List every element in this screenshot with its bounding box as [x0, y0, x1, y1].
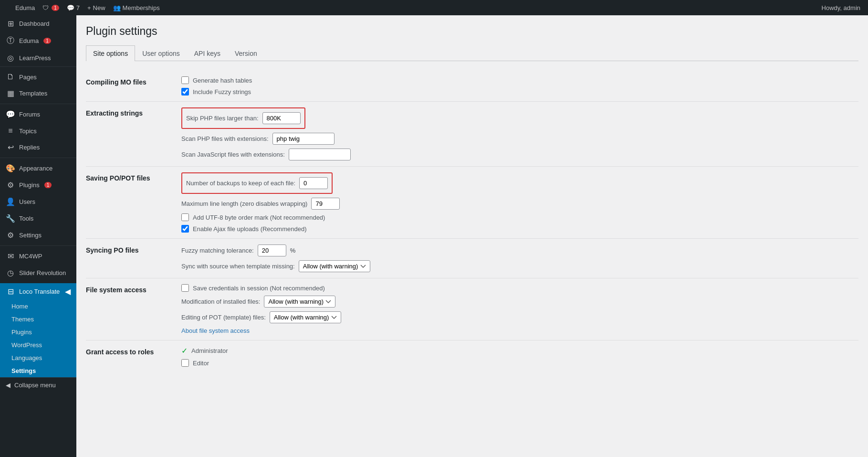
- wp-logo[interactable]: W: [4, 0, 11, 15]
- loco-submenu-plugins[interactable]: Plugins: [0, 326, 76, 339]
- row-syncing-po: Syncing PO files Fuzzy matching toleranc…: [86, 239, 858, 278]
- max-line-input[interactable]: [311, 198, 340, 210]
- plugins-icon: ⚙: [6, 181, 15, 190]
- sidebar-item-label: Pages: [19, 74, 37, 81]
- comments[interactable]: 💬 7: [63, 0, 84, 15]
- skip-php-row: Skip PHP files larger than:: [186, 112, 301, 124]
- row-label-compiling-mo: Compiling MO files: [86, 71, 181, 102]
- sidebar-item-label: Tools: [19, 215, 33, 222]
- sidebar-item-slider-revolution[interactable]: ◷ Slider Revolution: [0, 265, 76, 281]
- include-fuzzy-checkbox[interactable]: [181, 88, 189, 96]
- sidebar-item-users[interactable]: 👤 Users: [0, 193, 76, 210]
- backups-label: Number of backups to keep of each file:: [186, 180, 295, 187]
- tab-version[interactable]: Version: [228, 45, 264, 61]
- sidebar-section-forums: 💬 Forums ≡ Topics ↩ Replies: [0, 104, 76, 158]
- loco-submenu-settings[interactable]: Settings: [0, 364, 76, 377]
- skip-php-input[interactable]: [262, 112, 301, 124]
- scan-php-input[interactable]: [272, 133, 335, 145]
- row-content-extracting: Skip PHP files larger than: Scan PHP fil…: [181, 102, 858, 167]
- sidebar-item-label: Topics: [19, 128, 37, 135]
- include-fuzzy-row: Include Fuzzy strings: [181, 88, 858, 96]
- include-fuzzy-label: Include Fuzzy strings: [193, 88, 251, 96]
- save-credentials-label: Save credentials in session (Not recomme…: [193, 285, 325, 292]
- row-content-saving-po: Number of backups to keep of each file: …: [181, 167, 858, 239]
- sidebar-item-learnpress[interactable]: ◎ LearnPress: [0, 50, 76, 66]
- sidebar-item-topics[interactable]: ≡ Topics: [0, 123, 76, 139]
- loco-submenu-languages[interactable]: Languages: [0, 351, 76, 364]
- sidebar-section-appearance: 🎨 Appearance ⚙ Plugins 1 👤 Users 🔧 Tools…: [0, 158, 76, 245]
- editing-select[interactable]: Allow (with warning) Disallow Allow (sil…: [270, 311, 341, 323]
- sidebar-item-tools[interactable]: 🔧 Tools: [0, 210, 76, 227]
- editor-label: Editor: [193, 360, 209, 367]
- sync-source-label: Sync with source when template missing:: [181, 263, 295, 270]
- sidebar-item-label: MC4WP: [19, 253, 42, 260]
- updates[interactable]: 🛡 1: [39, 0, 63, 15]
- tab-site-options[interactable]: Site options: [86, 45, 135, 61]
- row-grant-access: Grant access to roles ✓ Administrator Ed…: [86, 340, 858, 373]
- site-name[interactable]: Eduma: [11, 0, 39, 15]
- templates-icon: ▦: [6, 89, 15, 98]
- sidebar-item-replies[interactable]: ↩ Replies: [0, 139, 76, 156]
- sidebar-item-label: LearnPress: [19, 54, 51, 62]
- fuzzy-tolerance-label: Fuzzy matching tolerance:: [181, 247, 254, 254]
- sidebar-item-loco-translate-wrapper: ⊟ Loco Translate ◀ Home Themes Plugins W…: [0, 283, 76, 377]
- ajax-checkbox[interactable]: [181, 225, 189, 233]
- sidebar-item-pages[interactable]: 🗋 Pages: [0, 69, 76, 85]
- backups-input[interactable]: [299, 177, 328, 189]
- row-label-file-system: File system access: [86, 278, 181, 340]
- shield-icon: 🛡: [42, 4, 49, 11]
- plus-icon: +: [87, 4, 91, 11]
- sidebar-item-label: Forums: [19, 111, 40, 118]
- users-icon: 👤: [6, 197, 15, 206]
- row-file-system: File system access Save credentials in s…: [86, 278, 858, 340]
- fuzzy-tolerance-row: Fuzzy matching tolerance: %: [181, 244, 858, 256]
- comment-icon: 💬: [67, 4, 74, 11]
- save-credentials-checkbox[interactable]: [181, 284, 189, 292]
- fuzzy-tolerance-input[interactable]: [258, 244, 286, 256]
- about-file-system-link[interactable]: About file system access: [181, 327, 250, 334]
- sidebar-section-pages: 🗋 Pages ▦ Templates: [0, 66, 76, 104]
- memberships[interactable]: 👥 Memberships: [109, 0, 164, 15]
- collapse-menu[interactable]: ◀ Collapse menu: [0, 377, 76, 393]
- page-title: Plugin settings: [86, 25, 858, 38]
- tab-user-options[interactable]: User options: [135, 45, 187, 61]
- loco-submenu-home[interactable]: Home: [0, 300, 76, 313]
- modification-select[interactable]: Allow (with warning) Disallow Allow (sil…: [264, 296, 335, 308]
- loco-submenu-wordpress[interactable]: WordPress: [0, 339, 76, 351]
- dashboard-icon: ⊞: [6, 19, 15, 28]
- utf8-checkbox[interactable]: [181, 213, 189, 221]
- generate-hash-checkbox[interactable]: [181, 76, 189, 84]
- row-content-grant-access: ✓ Administrator Editor: [181, 340, 858, 373]
- modification-row: Modification of installed files: Allow (…: [181, 296, 858, 308]
- sidebar-item-plugins[interactable]: ⚙ Plugins 1: [0, 177, 76, 193]
- row-label-saving-po: Saving PO/POT files: [86, 167, 181, 239]
- settings-icon: ⚙: [6, 231, 15, 240]
- sidebar-item-forums[interactable]: 💬 Forums: [0, 106, 76, 123]
- row-compiling-mo: Compiling MO files Generate hash tables …: [86, 71, 858, 102]
- sidebar-item-templates[interactable]: ▦ Templates: [0, 85, 76, 102]
- tab-api-keys[interactable]: API keys: [187, 45, 228, 61]
- new-content[interactable]: + New: [84, 0, 109, 15]
- scan-js-input[interactable]: [289, 149, 351, 160]
- layout: ⊞ Dashboard Ⓣ Eduma 1 ◎ LearnPress 🗋 Pag…: [0, 15, 868, 457]
- row-label-extracting: Extracting strings: [86, 102, 181, 167]
- admin-label: Administrator: [191, 347, 228, 354]
- sidebar-item-label: Slider Revolution: [19, 269, 66, 276]
- backups-highlight: Number of backups to keep of each file:: [181, 172, 333, 194]
- sidebar-item-label: Users: [19, 198, 35, 205]
- scan-js-label: Scan JavaScript files with extensions:: [181, 151, 285, 158]
- sidebar-item-settings[interactable]: ⚙ Settings: [0, 227, 76, 244]
- editor-checkbox[interactable]: [181, 359, 189, 367]
- sidebar-item-eduma[interactable]: Ⓣ Eduma 1: [0, 32, 76, 50]
- loco-submenu-themes[interactable]: Themes: [0, 313, 76, 326]
- scan-php-row: Scan PHP files with extensions:: [181, 133, 858, 145]
- sidebar-item-appearance[interactable]: 🎨 Appearance: [0, 160, 76, 177]
- sidebar-item-mc4wp[interactable]: ✉ MC4WP: [0, 248, 76, 265]
- scan-php-label: Scan PHP files with extensions:: [181, 135, 269, 142]
- skip-php-highlight: Skip PHP files larger than:: [181, 107, 305, 129]
- row-saving-po: Saving PO/POT files Number of backups to…: [86, 167, 858, 239]
- sync-source-select[interactable]: Allow (with warning) Disallow Allow (sil…: [299, 260, 370, 272]
- sidebar-item-loco-translate[interactable]: ⊟ Loco Translate ◀: [0, 283, 76, 300]
- howdy-message[interactable]: Howdy, admin: [818, 0, 864, 15]
- sidebar-item-dashboard[interactable]: ⊞ Dashboard: [0, 15, 76, 32]
